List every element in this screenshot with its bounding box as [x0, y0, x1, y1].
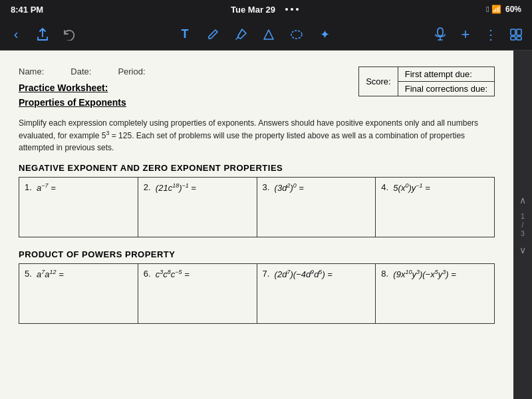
- svg-rect-3: [511, 29, 515, 35]
- toolbar-left: ‹: [8, 27, 77, 42]
- scroll-up-button[interactable]: ∧: [516, 194, 529, 207]
- status-left: 8:41 PM: [11, 5, 43, 15]
- problem-7: 7. (2d7)(−4d9d5) =: [257, 264, 376, 324]
- problem-5: 5. a7a12 =: [19, 264, 138, 324]
- svg-rect-5: [511, 37, 515, 40]
- dot2: [291, 8, 293, 11]
- toolbar: ‹ T: [0, 19, 532, 51]
- score-label: Score:: [359, 67, 398, 96]
- toolbar-center: T ✦: [177, 27, 332, 42]
- dot1: [285, 8, 288, 11]
- day-date: Tue Mar 29: [231, 5, 275, 15]
- page-slash: /: [521, 221, 525, 229]
- problem-3: 3. (3d2)0 =: [257, 178, 376, 237]
- title-and-fields: Name: Date: Period: Practice Worksheet: …: [19, 66, 358, 110]
- undo-button[interactable]: [61, 29, 77, 41]
- problem-1: 1. a−7 =: [19, 178, 138, 237]
- problem-6: 6. c3c8c−5 =: [138, 264, 257, 324]
- name-field: Name:: [19, 66, 44, 76]
- eraser-button[interactable]: ✦: [317, 27, 332, 42]
- microphone-button[interactable]: [432, 27, 448, 42]
- section1-grid: 1. a−7 = 2. (21c18)−1 = 3. (3d2)0 = 4. 5…: [19, 177, 495, 237]
- first-attempt-label: First attempt due:: [398, 67, 494, 82]
- problem-4: 4. 5(x0)y−1 =: [376, 178, 495, 237]
- status-bar: 8:41 PM Tue Mar 29  📶 60%: [0, 0, 532, 19]
- problem-2: 2. (21c18)−1 =: [138, 178, 257, 237]
- svg-point-1: [291, 31, 302, 39]
- svg-marker-0: [264, 30, 273, 39]
- page-indicator: 1 / 3: [521, 212, 525, 238]
- shape-tool-button[interactable]: [261, 28, 277, 41]
- doc-title-line2: Properties of Exponents: [19, 96, 358, 110]
- status-right:  📶 60%: [486, 5, 521, 14]
- page-current: 1: [521, 212, 525, 221]
- svg-rect-2: [438, 28, 443, 36]
- pen-tool-button[interactable]: [205, 28, 221, 41]
- svg-rect-4: [517, 29, 521, 35]
- doc-fields: Name: Date: Period:: [19, 66, 358, 76]
- battery-label: 60%: [505, 5, 521, 14]
- final-corrections-label: Final corrections due:: [398, 82, 494, 96]
- doc-title-line1: Practice Worksheet:: [19, 82, 358, 95]
- highlighter-button[interactable]: [233, 28, 249, 41]
- content-area: Name: Date: Period: Practice Worksheet: …: [0, 51, 532, 399]
- right-sidebar: ∧ 1 / 3 ∨: [513, 51, 532, 399]
- scroll-down-button[interactable]: ∨: [516, 243, 529, 257]
- section1-title: NEGATIVE EXPONENT AND ZERO EXPONENT PROP…: [19, 163, 495, 173]
- time: 8:41 PM: [11, 5, 43, 15]
- date-field: Date:: [70, 66, 91, 76]
- instructions: Simplify each expression completely usin…: [19, 117, 495, 154]
- page-total: 3: [521, 229, 525, 238]
- section2-grid: 5. a7a12 = 6. c3c8c−5 = 7. (2d7)(−4d9d5)…: [19, 263, 495, 324]
- score-table-container: Score: First attempt due: Final correcti…: [358, 66, 495, 96]
- text-tool-button[interactable]: T: [177, 27, 193, 41]
- period-field: Period:: [118, 66, 145, 76]
- share-button[interactable]: [35, 28, 51, 41]
- svg-rect-6: [517, 37, 521, 40]
- section2-title: PRODUCT OF POWERS PROPERTY: [19, 249, 495, 259]
- wifi-icon:  📶: [486, 5, 501, 14]
- problem-8: 8. (9x10y3)(−x5y3) =: [376, 264, 495, 324]
- toolbar-right: + ⋮: [432, 26, 524, 43]
- back-button[interactable]: ‹: [8, 27, 24, 42]
- lasso-tool-button[interactable]: [289, 28, 305, 41]
- dot3: [296, 8, 299, 11]
- pages-button[interactable]: [508, 28, 524, 41]
- score-table: Score: First attempt due: Final correcti…: [358, 66, 495, 96]
- status-center: Tue Mar 29: [231, 5, 299, 15]
- document-area: Name: Date: Period: Practice Worksheet: …: [0, 51, 513, 399]
- doc-header: Name: Date: Period: Practice Worksheet: …: [19, 66, 495, 110]
- more-button[interactable]: ⋮: [483, 27, 499, 43]
- add-button[interactable]: +: [458, 26, 473, 43]
